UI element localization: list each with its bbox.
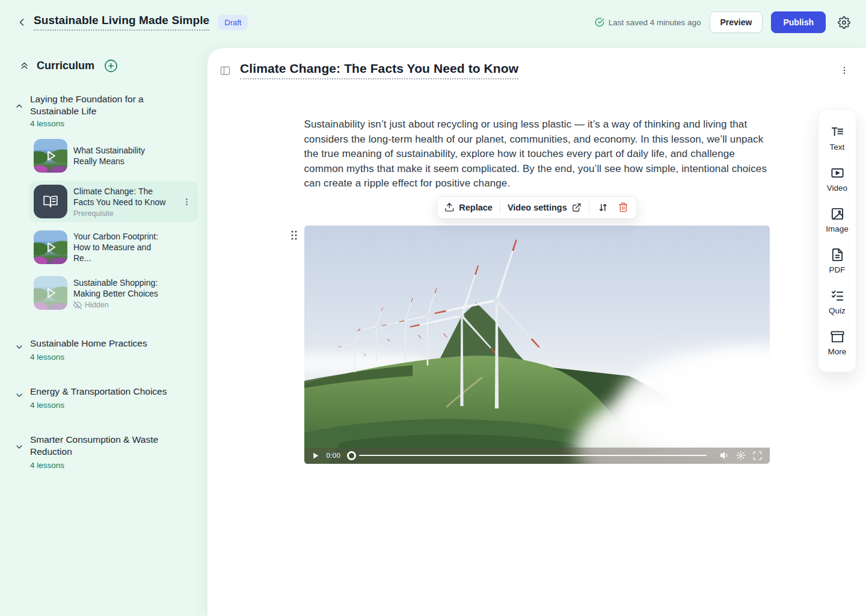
lesson-video-thumbnail bbox=[34, 230, 67, 264]
lesson-video-thumbnail bbox=[34, 276, 67, 310]
add-image-block-button[interactable]: Image bbox=[818, 200, 856, 241]
trash-icon bbox=[618, 202, 628, 212]
play-overlay-icon bbox=[34, 276, 67, 310]
eye-off-icon bbox=[73, 301, 82, 309]
chevron-down-icon bbox=[14, 442, 24, 470]
chevron-down-icon bbox=[14, 342, 24, 362]
collapse-all-button[interactable] bbox=[18, 60, 31, 72]
chevron-down-icon bbox=[14, 390, 24, 410]
add-video-block-button[interactable]: Video bbox=[818, 159, 856, 200]
replace-label: Replace bbox=[459, 203, 493, 212]
video-settings-label: Video settings bbox=[508, 203, 567, 212]
play-button[interactable] bbox=[311, 451, 320, 460]
reading-lesson-tile bbox=[34, 185, 67, 218]
topbar: Sustainable Living Made Simple Draft Las… bbox=[0, 0, 866, 48]
section-header[interactable]: Sustainable Home Practices 4 lessons bbox=[14, 337, 198, 362]
preview-button[interactable]: Preview bbox=[710, 11, 763, 33]
video-icon bbox=[831, 166, 844, 180]
chevron-up-icon bbox=[14, 102, 24, 128]
section-header[interactable]: Energy & Transportation Choices 4 lesson… bbox=[14, 386, 198, 410]
curriculum-section: Laying the Foundation for a Sustainable … bbox=[14, 93, 198, 313]
block-palette: Text Video Image PDF Quiz bbox=[818, 109, 856, 372]
volume-button[interactable] bbox=[719, 450, 730, 461]
tool-label: Video bbox=[827, 183, 847, 192]
add-text-block-button[interactable]: Text bbox=[818, 118, 856, 159]
delete-block-button[interactable] bbox=[617, 201, 630, 214]
drag-handle-icon[interactable] bbox=[290, 229, 298, 241]
section-header[interactable]: Laying the Foundation for a Sustainable … bbox=[14, 93, 198, 128]
toolbar-divider bbox=[500, 202, 500, 214]
section-lesson-count: 4 lessons bbox=[30, 461, 177, 470]
lesson-row-hidden[interactable]: Sustainable Shopping: Making Better Choi… bbox=[29, 273, 198, 313]
status-badge: Draft bbox=[218, 15, 248, 30]
panel-toggle-icon bbox=[220, 65, 231, 76]
lesson-video-thumbnail bbox=[34, 139, 67, 173]
video-settings-button[interactable]: Video settings bbox=[508, 203, 582, 212]
section-header[interactable]: Smarter Consumption & Waste Reduction 4 … bbox=[14, 434, 198, 470]
play-overlay-icon bbox=[34, 230, 67, 264]
more-blocks-button[interactable]: More bbox=[818, 322, 856, 363]
book-open-icon bbox=[43, 194, 58, 209]
fullscreen-icon bbox=[752, 451, 763, 461]
progress-track[interactable] bbox=[359, 455, 706, 457]
chevron-left-icon bbox=[16, 16, 28, 28]
scrubber-handle[interactable] bbox=[347, 451, 356, 460]
fullscreen-button[interactable] bbox=[752, 450, 763, 461]
video-player[interactable]: 0:00 bbox=[304, 226, 770, 464]
lesson-title: Climate Change: The Facts You Need to Kn… bbox=[73, 186, 170, 208]
section-title: Laying the Foundation for a Sustainable … bbox=[30, 93, 177, 117]
tool-label: Text bbox=[830, 143, 845, 152]
add-pdf-block-button[interactable]: PDF bbox=[818, 241, 856, 282]
curriculum-heading: Curriculum bbox=[37, 60, 94, 72]
lesson-meta-label: Hidden bbox=[85, 301, 109, 309]
check-circle-icon bbox=[595, 17, 604, 27]
lesson-row[interactable]: What Sustainability Really Means bbox=[29, 135, 198, 176]
move-block-button[interactable] bbox=[597, 201, 610, 214]
saved-status-label: Last saved 4 minutes ago bbox=[609, 18, 701, 27]
section-title: Sustainable Home Practices bbox=[30, 337, 147, 350]
curriculum-section: Sustainable Home Practices 4 lessons bbox=[14, 337, 198, 362]
lesson-row-selected[interactable]: Climate Change: The Facts You Need to Kn… bbox=[29, 181, 198, 222]
publish-button[interactable]: Publish bbox=[771, 11, 826, 33]
text-icon bbox=[831, 125, 844, 139]
toolbar-divider bbox=[589, 202, 589, 214]
section-lesson-count: 4 lessons bbox=[30, 119, 177, 128]
more-icon bbox=[831, 330, 844, 343]
lesson-editor-title[interactable]: Climate Change: The Facts You Need to Kn… bbox=[240, 61, 518, 79]
lesson-title: What Sustainability Really Means bbox=[73, 145, 170, 167]
sort-icon bbox=[598, 202, 609, 213]
lesson-row[interactable]: Your Carbon Footprint: How to Measure an… bbox=[29, 227, 198, 268]
sidebar-toggle-button[interactable] bbox=[218, 64, 232, 78]
video-block: Replace Video settings bbox=[304, 226, 770, 464]
lesson-title: Sustainable Shopping: Making Better Choi… bbox=[73, 277, 170, 299]
lesson-intro-paragraph[interactable]: Sustainability isn’t just about recyclin… bbox=[304, 117, 770, 191]
settings-icon bbox=[736, 451, 746, 460]
play-icon bbox=[312, 452, 319, 460]
tool-label: Quiz bbox=[829, 306, 846, 315]
section-title: Energy & Transportation Choices bbox=[30, 386, 167, 398]
video-frame-wind-turbines bbox=[304, 226, 770, 464]
lesson-menu-button[interactable] bbox=[180, 196, 193, 208]
quiz-icon bbox=[831, 289, 844, 303]
player-settings-button[interactable] bbox=[735, 450, 746, 461]
section-title: Smarter Consumption & Waste Reduction bbox=[30, 434, 177, 458]
section-lesson-count: 4 lessons bbox=[30, 353, 147, 362]
current-time: 0:00 bbox=[327, 452, 341, 459]
lesson-options-button[interactable] bbox=[837, 63, 852, 78]
saved-status: Last saved 4 minutes ago bbox=[595, 17, 701, 27]
tool-label: More bbox=[828, 347, 847, 356]
add-quiz-block-button[interactable]: Quiz bbox=[818, 282, 856, 322]
settings-button[interactable] bbox=[835, 14, 853, 31]
section-lesson-count: 4 lessons bbox=[30, 401, 167, 410]
lesson-meta: Prerequisite bbox=[73, 209, 174, 218]
volume-icon bbox=[720, 451, 729, 460]
replace-button[interactable]: Replace bbox=[444, 202, 493, 212]
upload-icon bbox=[444, 202, 454, 212]
collapse-all-icon bbox=[19, 61, 29, 71]
gear-icon bbox=[838, 16, 850, 29]
add-section-button[interactable] bbox=[103, 58, 119, 74]
lesson-title: Your Carbon Footprint: How to Measure an… bbox=[73, 231, 170, 263]
course-title[interactable]: Sustainable Living Made Simple bbox=[34, 14, 209, 31]
back-button[interactable] bbox=[13, 14, 30, 31]
lesson-editor-panel: Climate Change: The Facts You Need to Kn… bbox=[207, 48, 866, 616]
